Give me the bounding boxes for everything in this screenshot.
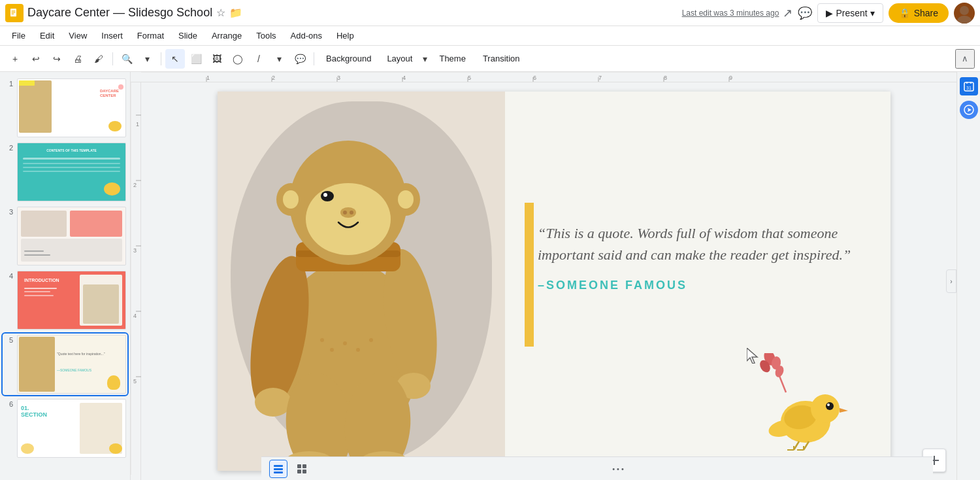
- quote-text: “This is a quote. Words full of wisdom t…: [538, 222, 851, 266]
- expand-right-btn[interactable]: ›: [946, 269, 956, 293]
- menu-insert[interactable]: Insert: [95, 28, 129, 43]
- canvas-area[interactable]: “This is a quote. Words full of wisdom t…: [152, 82, 956, 480]
- line-dropdown-btn[interactable]: ▾: [269, 49, 289, 69]
- slide-num-2: 2: [4, 144, 13, 152]
- folder-icon[interactable]: 📁: [229, 7, 242, 19]
- title-bar: Daycare Center — Slidesgo School ☆ 📁 Las…: [0, 0, 980, 26]
- image-btn[interactable]: 🖼: [207, 49, 227, 69]
- present-icon: ▶: [826, 8, 833, 18]
- svg-text:2: 2: [272, 75, 275, 81]
- ruler-horizontal: 1 2 3 4 5 6 7 8 9: [131, 72, 956, 82]
- slide-count: • • •: [612, 465, 624, 473]
- present-dropdown-icon[interactable]: ▾: [870, 8, 875, 18]
- svg-marker-75: [840, 408, 848, 413]
- menu-arrange[interactable]: Arrange: [205, 28, 248, 43]
- star-icon[interactable]: ☆: [216, 7, 225, 19]
- share-button[interactable]: 🔒 Share: [889, 3, 949, 23]
- present-button[interactable]: ▶ Present ▾: [817, 3, 883, 23]
- slide-num-3: 3: [4, 208, 13, 216]
- menu-addons[interactable]: Add-ons: [284, 28, 329, 43]
- explore-icon[interactable]: [960, 101, 978, 119]
- svg-point-52: [283, 190, 299, 209]
- app-icon: [5, 4, 24, 22]
- ruler-vertical: 1 2 3 4 5: [131, 82, 141, 480]
- slide-item-2[interactable]: 2 CONTENTS OF THIS TEMPLATE: [3, 141, 127, 203]
- collapse-toolbar-btn[interactable]: ∧: [955, 49, 975, 69]
- zoom-group: 🔍 ▾: [117, 49, 157, 69]
- comments-icon[interactable]: 💬: [798, 6, 812, 20]
- slide-item-6[interactable]: 6 01.SECTION: [3, 398, 127, 459]
- lock-icon: 🔒: [899, 8, 910, 18]
- toolbar-divider-1: [112, 52, 113, 65]
- slide-thumb-2: CONTENTS OF THIS TEMPLATE: [17, 143, 126, 201]
- undo-btn[interactable]: ↩: [26, 49, 46, 69]
- redo-btn[interactable]: ↪: [47, 49, 67, 69]
- theme-button[interactable]: Theme: [431, 51, 473, 66]
- monkey-illustration: [218, 92, 505, 471]
- slide-item-5[interactable]: 5 "Quote text here for inspiration..." —…: [3, 334, 127, 395]
- svg-text:2: 2: [133, 182, 137, 188]
- svg-point-55: [320, 338, 324, 342]
- svg-text:3: 3: [133, 247, 137, 254]
- line-btn[interactable]: /: [249, 49, 269, 69]
- svg-text:4: 4: [402, 75, 406, 81]
- activity-icon[interactable]: ↗: [783, 6, 792, 20]
- slide-photo-area: [218, 92, 505, 471]
- svg-text:8: 8: [664, 75, 667, 81]
- slide-num-5: 5: [4, 336, 13, 344]
- svg-point-54: [398, 190, 414, 209]
- user-avatar[interactable]: [954, 3, 975, 24]
- svg-text:6: 6: [533, 75, 536, 81]
- shapes-group-btn[interactable]: ◯: [228, 49, 248, 69]
- doc-title: Daycare Center — Slidesgo School: [27, 6, 212, 20]
- grid-view-btn[interactable]: [293, 460, 311, 478]
- share-label: Share: [914, 8, 938, 18]
- slide-num-6: 6: [4, 400, 13, 408]
- last-edit-label[interactable]: Last edit was 3 minutes ago: [682, 9, 779, 18]
- menu-bar: File Edit View Insert Format Slide Arran…: [0, 26, 980, 46]
- menu-format[interactable]: Format: [131, 28, 171, 43]
- svg-rect-87: [274, 471, 283, 473]
- select-btn[interactable]: ↖: [165, 49, 185, 69]
- menu-view[interactable]: View: [62, 28, 93, 43]
- present-label: Present: [836, 8, 867, 18]
- svg-point-48: [340, 207, 356, 218]
- quote-author: –SOMEONE FAMOUS: [538, 279, 851, 292]
- bird-decoration: [747, 353, 851, 451]
- zoom-dropdown-btn[interactable]: ▾: [137, 49, 157, 69]
- zoom-select-btn[interactable]: 🔍: [117, 49, 137, 69]
- svg-text:5: 5: [133, 378, 137, 385]
- canvas-wrapper: 1 2 3 4 5 6 7 8 9: [131, 72, 956, 480]
- toolbar-divider-2: [161, 52, 161, 65]
- slide-num-1: 1: [4, 80, 13, 88]
- slide-item-1[interactable]: 1 DAYCARECENTER: [3, 77, 127, 139]
- layout-dropdown-btn[interactable]: ▾: [419, 49, 430, 69]
- svg-rect-85: [274, 465, 283, 467]
- svg-text:31: 31: [966, 86, 972, 90]
- calendar-icon[interactable]: 31: [960, 77, 978, 95]
- slide-item-4[interactable]: 4 INTRODUCTION: [3, 269, 127, 331]
- menu-tools[interactable]: Tools: [250, 28, 282, 43]
- new-slide-btn[interactable]: +: [5, 49, 25, 69]
- slide-item-3[interactable]: 3: [3, 205, 127, 267]
- background-button[interactable]: Background: [318, 51, 379, 66]
- menu-file[interactable]: File: [5, 28, 32, 43]
- svg-rect-2: [12, 12, 16, 12]
- print-btn[interactable]: 🖨: [68, 49, 88, 69]
- layout-button[interactable]: Layout: [380, 51, 419, 66]
- svg-point-46: [321, 191, 334, 201]
- list-view-btn[interactable]: [269, 460, 287, 478]
- paint-format-btn[interactable]: 🖌: [89, 49, 108, 69]
- svg-rect-3: [12, 13, 14, 14]
- shape-btn[interactable]: ⬜: [186, 49, 206, 69]
- quote-accent-bar: [525, 203, 534, 347]
- svg-rect-86: [274, 468, 283, 470]
- menu-slide[interactable]: Slide: [172, 28, 204, 43]
- slide-canvas: “This is a quote. Words full of wisdom t…: [218, 92, 890, 471]
- menu-edit[interactable]: Edit: [33, 28, 61, 43]
- svg-point-39: [255, 388, 291, 417]
- menu-help[interactable]: Help: [330, 28, 361, 43]
- comment-btn[interactable]: 💬: [290, 49, 310, 69]
- svg-text:5: 5: [468, 75, 471, 81]
- transition-button[interactable]: Transition: [475, 51, 528, 66]
